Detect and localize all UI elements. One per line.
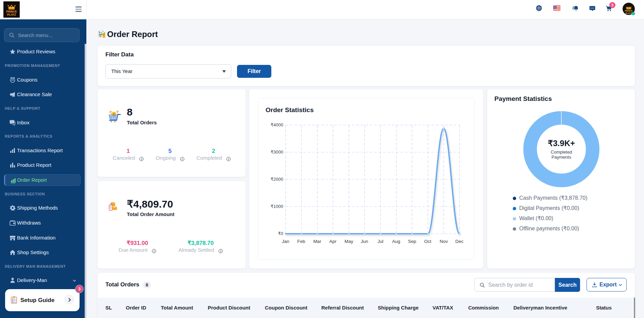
svg-text:Nov: Nov bbox=[440, 239, 448, 244]
svg-text:₹3000: ₹3000 bbox=[271, 149, 283, 155]
svg-text:May: May bbox=[344, 239, 353, 244]
svg-text:Dec: Dec bbox=[455, 239, 463, 244]
svg-text:₹: ₹ bbox=[109, 110, 112, 114]
svg-text:PRINCE: PRINCE bbox=[6, 10, 17, 13]
svg-text:Feb: Feb bbox=[297, 239, 305, 244]
svg-text:Oct: Oct bbox=[424, 239, 431, 244]
svg-text:₹1000: ₹1000 bbox=[271, 204, 283, 209]
svg-text:₹0: ₹0 bbox=[278, 231, 283, 236]
svg-text:₹: ₹ bbox=[116, 110, 119, 114]
svg-text:PLAYZ: PLAYZ bbox=[625, 12, 632, 14]
svg-text:Apr: Apr bbox=[329, 239, 337, 244]
svg-text:PLAYZ: PLAYZ bbox=[7, 13, 16, 16]
svg-text:Mar: Mar bbox=[313, 239, 321, 244]
svg-text:Jul: Jul bbox=[377, 239, 383, 244]
svg-text:₹4000: ₹4000 bbox=[271, 122, 283, 127]
svg-text:Sep: Sep bbox=[408, 239, 416, 244]
svg-text:Jan: Jan bbox=[282, 239, 289, 244]
svg-text:Jun: Jun bbox=[361, 239, 368, 244]
svg-text:Aug: Aug bbox=[392, 239, 400, 244]
svg-text:PRINCE: PRINCE bbox=[625, 10, 633, 12]
svg-text:₹2000: ₹2000 bbox=[271, 177, 283, 182]
